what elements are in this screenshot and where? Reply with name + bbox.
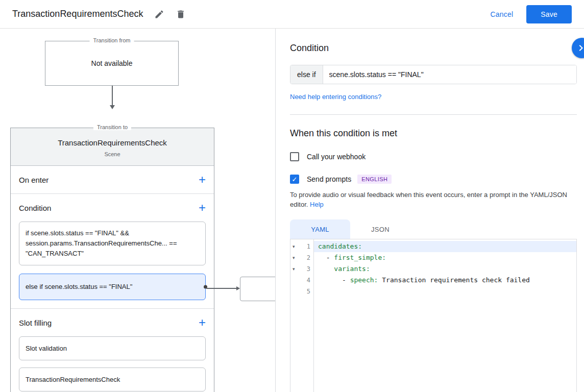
line-number: 1: [307, 243, 310, 250]
top-bar-left: TransactionRequirementsCheck: [12, 9, 186, 19]
panel-bottom-section: When this condition is met Call your web…: [276, 115, 584, 392]
editor-code-area[interactable]: candidates: - first_simple: variants: - …: [314, 239, 576, 392]
gutter-row: ▾ 2: [290, 252, 313, 263]
condition-section: Condition + if scene.slots.status == "FI…: [11, 194, 214, 309]
add-on-enter-icon[interactable]: +: [199, 175, 206, 185]
language-badge: ENGLISH: [357, 175, 392, 184]
when-condition-met-title: When this condition is met: [290, 128, 577, 139]
condition-row[interactable]: Condition +: [11, 194, 214, 222]
send-prompts-label: Send prompts: [307, 175, 351, 183]
code-line[interactable]: variants:: [314, 263, 576, 275]
connector-line: [206, 288, 236, 289]
condition-panel: Condition else if Need help entering con…: [276, 29, 584, 392]
send-prompts-checkbox[interactable]: ✓: [290, 175, 299, 184]
webhook-checkbox[interactable]: [290, 152, 299, 161]
transition-from-value: Not available: [45, 41, 178, 85]
add-condition-icon[interactable]: +: [199, 203, 206, 213]
arrow-line: [112, 86, 113, 105]
editor-gutter: ▾ 1 ▾ 2 ▾ 3 4: [290, 239, 314, 392]
delete-icon[interactable]: [176, 9, 186, 19]
transition-from-node[interactable]: Transition from Not available: [45, 41, 179, 86]
main-area: Transition from Not available Transition…: [0, 29, 584, 392]
cancel-button[interactable]: Cancel: [491, 10, 514, 18]
condition-connector: [206, 286, 240, 290]
yaml-key: speech:: [350, 276, 378, 284]
add-slot-filling-icon[interactable]: +: [199, 317, 206, 328]
condition-input[interactable]: [323, 65, 576, 84]
code-line[interactable]: [314, 286, 576, 297]
on-enter-section: On enter +: [11, 166, 214, 194]
scene-card-subtitle: Scene: [19, 151, 206, 157]
yaml-value: Transaction requirements check failed: [378, 276, 529, 284]
fold-icon[interactable]: ▾: [293, 255, 299, 260]
edit-icon[interactable]: [154, 9, 164, 19]
code-indent: -: [318, 254, 334, 261]
line-number: 3: [307, 265, 310, 273]
tab-json[interactable]: JSON: [350, 219, 410, 239]
editor-tabs: YAML JSON: [290, 219, 577, 239]
connector-arrow-icon: [236, 286, 240, 290]
conditions-help-link[interactable]: Need help entering conditions?: [290, 93, 381, 101]
transition-to-label: Transition to: [93, 124, 131, 130]
slot-item[interactable]: TransactionRequirementsCheck: [19, 368, 206, 391]
top-bar: TransactionRequirementsCheck Cancel Save: [0, 0, 584, 29]
scene-card-title: TransactionRequirementsCheck: [19, 138, 206, 147]
condition-item-selected[interactable]: else if scene.slots.status == "FINAL": [19, 274, 206, 300]
chevron-right-icon: [575, 42, 584, 54]
gutter-row: ▾ 1: [290, 241, 313, 252]
slot-filling-label: Slot filling: [19, 318, 52, 327]
check-icon: ✓: [292, 176, 298, 183]
transition-target-node[interactable]: [240, 277, 276, 301]
code-indent: [318, 265, 334, 273]
scene-card-header: TransactionRequirementsCheck Scene: [11, 128, 214, 166]
slot-filling-row[interactable]: Slot filling +: [11, 309, 214, 336]
top-bar-actions: Cancel Save: [491, 5, 572, 23]
slot-filling-section: Slot filling + Slot validation Transacti…: [11, 309, 214, 391]
yaml-key: candidates:: [318, 242, 362, 250]
fold-icon[interactable]: ▾: [293, 266, 299, 272]
prompts-help-link[interactable]: Help: [310, 201, 324, 208]
slot-item[interactable]: Slot validation: [19, 336, 206, 360]
arrow-head-icon: [110, 105, 115, 109]
scene-canvas: Transition from Not available Transition…: [0, 29, 276, 392]
line-number: 5: [307, 288, 310, 295]
tab-yaml[interactable]: YAML: [290, 219, 350, 239]
code-line[interactable]: - first_simple:: [314, 252, 576, 263]
scene-card[interactable]: Transition to TransactionRequirementsChe…: [10, 128, 214, 392]
condition-item[interactable]: if scene.slots.status == "FINAL" && sess…: [19, 222, 206, 265]
yaml-key: first_simple:: [334, 254, 386, 261]
condition-input-row: else if: [290, 65, 577, 84]
transition-from-label: Transition from: [90, 37, 134, 43]
panel-top-section: Condition else if Need help entering con…: [276, 29, 584, 115]
code-line[interactable]: candidates:: [314, 241, 576, 252]
transition-arrow: [109, 86, 115, 109]
gutter-row: ▾ 3: [290, 263, 313, 275]
save-button[interactable]: Save: [526, 5, 572, 23]
page-title: TransactionRequirementsCheck: [12, 9, 143, 19]
yaml-editor[interactable]: ▾ 1 ▾ 2 ▾ 3 4: [290, 239, 577, 392]
yaml-key: variants:: [334, 265, 370, 273]
app-window: TransactionRequirementsCheck Cancel Save…: [0, 0, 584, 392]
condition-prefix: else if: [290, 65, 323, 84]
condition-item-text: else if scene.slots.status == "FINAL": [26, 283, 132, 290]
send-prompts-row: ✓ Send prompts ENGLISH: [290, 175, 577, 184]
line-number: 4: [307, 277, 310, 284]
code-line[interactable]: - speech: Transaction requirements check…: [314, 275, 576, 286]
prompts-description-text: To provide audio or visual feedback when…: [290, 191, 567, 208]
fold-icon[interactable]: ▾: [293, 244, 299, 249]
panel-title: Condition: [290, 43, 577, 54]
prompts-description: To provide audio or visual feedback when…: [290, 190, 577, 209]
condition-label: Condition: [19, 204, 51, 212]
on-enter-label: On enter: [19, 176, 48, 184]
webhook-row: Call your webhook: [290, 152, 577, 161]
code-indent: -: [318, 276, 350, 284]
gutter-row: 5: [290, 286, 313, 297]
webhook-label: Call your webhook: [307, 153, 366, 161]
on-enter-row[interactable]: On enter +: [11, 166, 214, 193]
gutter-row: 4: [290, 275, 313, 286]
line-number: 2: [307, 254, 310, 261]
